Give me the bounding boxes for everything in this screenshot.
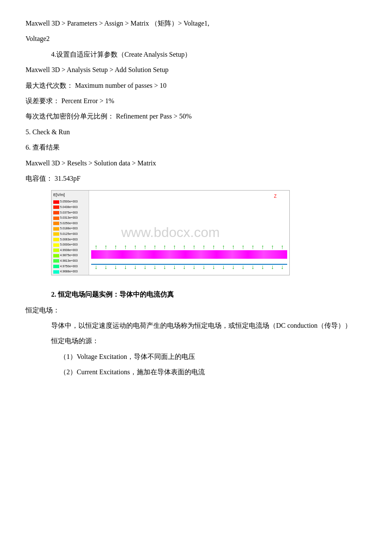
source-item1-text: （1）Voltage Excitation，导体不同面上的电压 [60, 353, 195, 360]
z-axis-label: Z [274, 193, 277, 200]
step6: 6. 查看结果 [26, 141, 366, 154]
legend-color-12 [53, 265, 59, 268]
result-path-text: Maxwell 3D > Reselts > Solution data > M… [26, 159, 156, 167]
legend-label-1: 5.0438e+003 [60, 205, 78, 210]
arrow-down-1: ↓ [95, 264, 98, 270]
section2-heading-text: 2. 恒定电场问题实例：导体中的电流仿真 [51, 291, 174, 298]
maxwell-path-line1: Maxwell 3D > Parameters > Assign > Matri… [26, 17, 366, 30]
legend-item-5: 5.0188e+003 [53, 226, 87, 231]
legend-label-5: 5.0188e+003 [60, 226, 78, 231]
arrow-down-20: ↓ [281, 264, 284, 270]
section-2: 2. 恒定电场问题实例：导体中的电流仿真 恒定电场： 导体中，以恒定速度运动的电… [26, 288, 366, 379]
maxwell-path-text2: Voltage2 [26, 35, 50, 42]
arrow-down-16: ↓ [242, 264, 245, 270]
arrow-down-6: ↓ [144, 264, 147, 270]
legend-color-7 [53, 238, 59, 241]
legend-label-8: 5.0000e+003 [60, 242, 78, 248]
legend-panel: E[V/m] 5.0500e+0035.0438e+0035.0375e+003… [52, 191, 89, 275]
refinement-line: 每次迭代加密剖分单元比例： Refinement per Pass > 50% [26, 110, 366, 123]
step4-heading: 4.设置自适应计算参数（Create Analysis Setup） [26, 48, 366, 61]
arrow-up-3: ↑ [114, 244, 117, 250]
arrow-up-5: ↑ [134, 244, 137, 250]
legend-color-3 [53, 217, 59, 220]
legend-item-4: 5.0250e+003 [53, 221, 87, 226]
legend-gradient: 5.0500e+0035.0438e+0035.0375e+0035.0313e… [52, 199, 89, 275]
result-path: Maxwell 3D > Reselts > Solution data > M… [26, 157, 366, 170]
arrow-up-2: ↑ [104, 244, 107, 250]
legend-item-7: 5.0063e+003 [53, 237, 87, 243]
source-item2-text: （2）Current Excitations，施加在导体表面的电流 [60, 368, 205, 376]
legend-color-0 [53, 200, 59, 204]
legend-color-8 [53, 243, 59, 247]
max-passes-label: 最大迭代次数： [26, 82, 73, 89]
page-content: Maxwell 3D > Parameters > Assign > Matri… [26, 17, 366, 379]
legend-item-10: 4.9875e+003 [53, 253, 87, 258]
legend-color-13 [53, 270, 59, 274]
arrows-down: ↓ ↓ ↓ ↓ ↓ ↓ ↓ ↓ ↓ ↓ ↓ ↓ ↓ ↓ ↓ ↓ ↓ ↓ ↓ ↓ [91, 264, 287, 273]
arrow-up-11: ↑ [193, 244, 196, 250]
arrow-down-19: ↓ [271, 264, 274, 270]
arrow-down-10: ↓ [183, 264, 186, 270]
arrow-up-15: ↑ [232, 244, 235, 250]
refinement-value: Refinement per Pass > 50% [116, 113, 192, 120]
arrow-up-9: ↑ [173, 244, 176, 250]
legend-color-1 [53, 205, 59, 209]
arrow-up-17: ↑ [251, 244, 254, 250]
max-passes-value: Maximum number of passes > 10 [75, 82, 167, 89]
arrow-down-11: ↓ [193, 264, 196, 270]
arrow-up-18: ↑ [261, 244, 264, 250]
arrow-down-4: ↓ [124, 264, 127, 270]
legend-title: E[V/m] [52, 191, 89, 199]
legend-label-14: 4.9625e+003 [60, 275, 78, 276]
arrow-down-18: ↓ [261, 264, 264, 270]
legend-item-8: 5.0000e+003 [53, 242, 87, 248]
arrow-down-3: ↓ [114, 264, 117, 270]
legend-item-11: 4.9813e+003 [53, 258, 87, 264]
dc-field-desc-text: 导体中，以恒定速度运动的电荷产生的电场称为恒定电场，或恒定电流场（DC cond… [51, 322, 352, 329]
arrow-up-20: ↑ [281, 244, 284, 250]
capacitance-value: 31.543pF [55, 175, 81, 182]
arrow-down-14: ↓ [222, 264, 225, 270]
step4-heading-text: 4.设置自适应计算参数（Create Analysis Setup） [51, 51, 191, 58]
max-passes-line: 最大迭代次数： Maximum number of passes > 10 [26, 79, 366, 92]
legend-item-6: 5.0125e+003 [53, 231, 87, 237]
step4-path: Maxwell 3D > Analysis Setup > Add Soluti… [26, 64, 366, 76]
capacitance-label: 电容值： [26, 175, 53, 182]
step5: 5. Check & Run [26, 126, 366, 139]
dc-field-source-text: 恒定电场的源： [51, 337, 99, 344]
arrow-down-8: ↓ [163, 264, 166, 270]
arrow-up-19: ↑ [271, 244, 274, 250]
source-item1: （1）Voltage Excitation，导体不同面上的电压 [26, 350, 366, 363]
legend-color-10 [53, 254, 59, 257]
arrow-up-6: ↑ [144, 244, 147, 250]
maxwell-path-line2: Voltage2 [26, 32, 366, 45]
arrow-up-13: ↑ [212, 244, 215, 250]
arrow-down-13: ↓ [212, 264, 215, 270]
legend-color-4 [53, 222, 59, 225]
arrow-down-12: ↓ [202, 264, 205, 270]
arrow-up-16: ↑ [242, 244, 245, 250]
legend-color-9 [53, 249, 59, 252]
dc-field-heading: 恒定电场： [26, 304, 366, 317]
legend-item-0: 5.0500e+003 [53, 199, 87, 205]
arrow-down-17: ↓ [251, 264, 254, 270]
arrow-up-8: ↑ [163, 244, 166, 250]
legend-label-13: 4.9688e+003 [60, 269, 78, 275]
arrow-down-7: ↓ [153, 264, 156, 270]
legend-label-7: 5.0063e+003 [60, 237, 78, 243]
arrow-up-1: ↑ [95, 244, 98, 250]
legend-label-0: 5.0500e+003 [60, 199, 78, 205]
arrow-up-12: ↑ [202, 244, 205, 250]
legend-item-13: 4.9688e+003 [53, 269, 87, 275]
arrow-up-14: ↑ [222, 244, 225, 250]
legend-label-6: 5.0125e+003 [60, 231, 78, 237]
step5-text: 5. Check & Run [26, 128, 70, 136]
legend-label-12: 4.9750e+003 [60, 264, 78, 269]
capacitance-line: 电容值： 31.543pF [26, 172, 366, 185]
section2-heading: 2. 恒定电场问题实例：导体中的电流仿真 [26, 288, 366, 301]
dc-field-desc: 导体中，以恒定速度运动的电荷产生的电场称为恒定电场，或恒定电流场（DC cond… [26, 319, 366, 332]
refinement-label: 每次迭代加密剖分单元比例： [26, 113, 114, 120]
error-line: 误差要求： Percent Error > 1% [26, 95, 366, 107]
arrow-up-4: ↑ [124, 244, 127, 250]
legend-label-11: 4.9813e+003 [60, 258, 78, 264]
